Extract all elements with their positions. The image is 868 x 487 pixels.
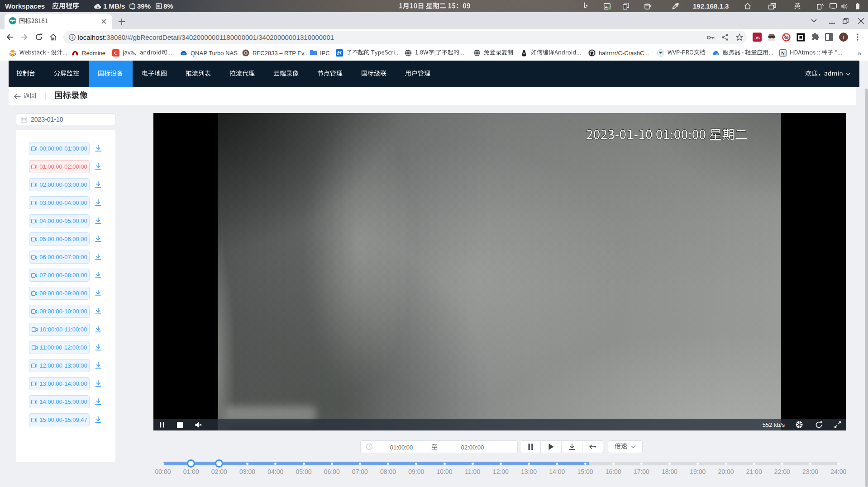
svg-text:JS: JS <box>754 35 760 40</box>
svg-text:N: N <box>781 51 785 56</box>
svg-text:C: C <box>114 50 118 56</box>
svg-text:I: I <box>843 35 844 40</box>
